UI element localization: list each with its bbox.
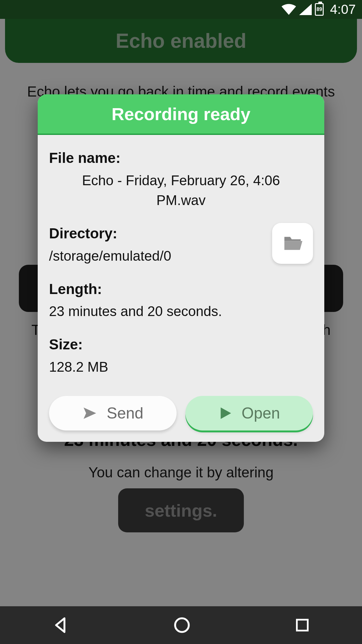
folder-icon [282, 235, 303, 252]
size-label: Size: [49, 334, 313, 355]
recording-ready-dialog: Recording ready File name: Echo - Friday… [38, 94, 324, 442]
play-icon [218, 406, 232, 420]
status-time: 4:07 [330, 2, 356, 17]
directory-value: /storage/emulated/0 [49, 246, 266, 266]
open-button[interactable]: Open [185, 396, 313, 430]
file-name-value: Echo - Friday, February 26, 4:06 PM.wav [49, 170, 313, 211]
svg-point-0 [175, 618, 189, 632]
nav-home-icon[interactable] [173, 616, 191, 634]
send-icon [82, 406, 97, 421]
wifi-icon [282, 4, 296, 15]
svg-rect-1 [297, 620, 308, 631]
nav-recent-icon[interactable] [294, 617, 310, 633]
size-value: 128.2 MB [49, 357, 313, 377]
length-value: 23 minutes and 20 seconds. [49, 301, 313, 321]
length-label: Length: [49, 279, 313, 300]
send-label: Send [107, 404, 144, 422]
battery-icon: 89 [315, 3, 324, 16]
battery-percent: 89 [316, 7, 322, 12]
cellular-icon [299, 4, 312, 15]
send-button[interactable]: Send [49, 396, 177, 430]
open-label: Open [242, 404, 280, 422]
open-folder-button[interactable] [272, 223, 313, 264]
file-name-label: File name: [49, 147, 313, 169]
dialog-title: Recording ready [38, 94, 324, 135]
android-nav-bar [0, 606, 362, 644]
status-bar: 89 4:07 [0, 0, 362, 19]
nav-back-icon[interactable] [52, 616, 70, 634]
directory-label: Directory: [49, 223, 266, 244]
